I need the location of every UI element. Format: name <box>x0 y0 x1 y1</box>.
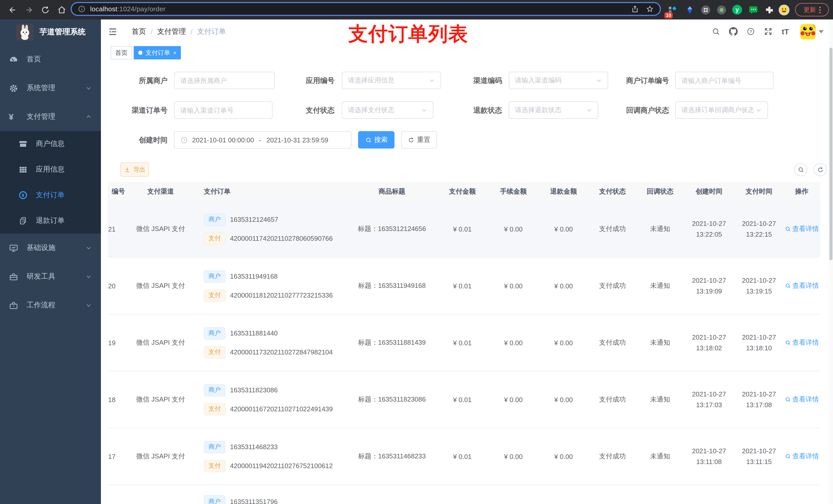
sidebar-toggle-button[interactable] <box>108 27 118 37</box>
table-row[interactable]: 21微信 JSAPI 支付商户1635312124657支付4200001174… <box>108 201 820 258</box>
filter-label-notify-status: 回调商户状态 <box>592 101 669 119</box>
tab-home[interactable]: 首页 <box>111 46 132 59</box>
browser-reload-button[interactable] <box>39 4 51 16</box>
forward-arrow-icon <box>24 5 33 14</box>
chat-icon <box>748 5 758 15</box>
reset-button[interactable]: 重置 <box>401 131 437 148</box>
cell-order: 商户1635311949168支付42000011812021102777232… <box>195 270 347 302</box>
sidebar-item-pay-order[interactable]: ¥ 支付订单 <box>0 182 101 208</box>
cell-fee: ¥ 0.00 <box>488 453 539 460</box>
browser-back-button[interactable] <box>6 4 19 16</box>
export-button[interactable]: 导出 <box>120 162 149 177</box>
app-logo[interactable]: 芋道管理系统 <box>0 20 101 44</box>
site-info-icon[interactable] <box>78 5 86 13</box>
table-row[interactable]: 17微信 JSAPI 支付商户1635311468233支付4200001194… <box>108 428 820 485</box>
merchant-order-no-input[interactable] <box>675 72 774 89</box>
cell-status: 支付成功 <box>588 224 637 234</box>
browser-profile-avatar[interactable] <box>777 3 790 16</box>
cell-title: 标题：1635312124656 <box>347 224 437 234</box>
cell-notify: 未通知 <box>637 281 684 290</box>
view-detail-link[interactable]: 查看详情 <box>785 224 819 234</box>
cell-action: 查看详情 <box>783 452 820 461</box>
browser-home-button[interactable] <box>55 4 68 16</box>
cell-title: 标题：1635311881439 <box>347 338 437 347</box>
scrollbar-thumb[interactable] <box>829 48 832 260</box>
user-avatar[interactable] <box>800 24 815 39</box>
table-row[interactable]: 20微信 JSAPI 支付商户1635311949168支付4200001181… <box>108 258 820 314</box>
notify-status-select[interactable]: 请选择订单回调商户状态 <box>675 101 768 119</box>
font-size-button[interactable]: tT <box>779 25 792 38</box>
channel-order-no: 4200001194202110276752100612 <box>230 462 333 470</box>
col-fee: 手续金额 <box>488 187 539 196</box>
table-row-partial[interactable]: 商户1635311351796 <box>108 485 820 504</box>
chevron-down-icon <box>756 107 762 113</box>
view-detail-link[interactable]: 查看详情 <box>785 338 819 347</box>
create-time-range-picker[interactable]: 2021-10-01 00:00:00 - 2021-10-31 23:59:5… <box>174 131 352 148</box>
view-detail-link[interactable]: 查看详情 <box>785 452 819 461</box>
extension-kite[interactable] <box>683 3 696 16</box>
date-end: 2021-10-31 23:59:59 <box>266 136 328 144</box>
share-button[interactable] <box>631 5 639 13</box>
cell-order: 商户1635311351796 <box>195 485 347 504</box>
star-icon <box>646 5 654 13</box>
sidebar-item-home[interactable]: 首页 <box>0 45 101 74</box>
sidebar-item-workflow[interactable]: 工作流程 <box>0 291 101 320</box>
bookmark-button[interactable] <box>646 5 654 13</box>
share-icon <box>631 5 639 13</box>
breadcrumb-home[interactable]: 首页 <box>132 27 146 36</box>
extension-recorder[interactable] <box>715 3 728 16</box>
sidebar-item-payment[interactable]: ¥ 支付管理 <box>0 102 101 131</box>
merchant-tag: 商户 <box>204 441 225 453</box>
address-bar[interactable]: localhost:1024/pay/order <box>71 2 661 16</box>
command-icon <box>700 4 711 15</box>
cell-amount: ¥ 0.01 <box>437 396 488 403</box>
date-start: 2021-10-01 00:00:00 <box>192 136 254 144</box>
cell-refund: ¥ 0.00 <box>539 396 588 403</box>
date-separator: - <box>259 136 261 144</box>
cell-title: 标题：1635311468233 <box>347 452 437 461</box>
github-link[interactable] <box>727 25 740 38</box>
filter-label-channel-order-no: 渠道订单号 <box>91 101 168 119</box>
breadcrumb-payment[interactable]: 支付管理 <box>157 27 186 36</box>
extensions-puzzle-button[interactable] <box>762 3 776 16</box>
refund-status-select[interactable]: 请选择退款状态 <box>509 101 598 119</box>
browser-forward-button[interactable] <box>23 4 35 16</box>
help-button[interactable]: ? <box>744 25 757 38</box>
tab-close-icon[interactable]: × <box>173 50 176 55</box>
table-row[interactable]: 19微信 JSAPI 支付商户1635311881440支付4200001173… <box>108 314 820 371</box>
pay-tag: 支付 <box>204 289 225 302</box>
search-button[interactable]: 搜索 <box>358 131 395 148</box>
cell-refund: ¥ 0.00 <box>539 453 588 460</box>
cell-action: 查看详情 <box>783 338 820 347</box>
sidebar-item-merchant-info[interactable]: 商户信息 <box>0 131 101 157</box>
extension-chat[interactable] <box>746 3 760 16</box>
browser-menu-icon[interactable] <box>819 6 820 13</box>
sidebar-item-system[interactable]: 系统管理 <box>0 74 101 102</box>
header-search-button[interactable] <box>709 25 722 38</box>
sidebar-item-refund-order[interactable]: 退款订单 <box>0 208 101 234</box>
extension-command[interactable] <box>699 3 712 16</box>
sidebar-item-app-info[interactable]: 应用信息 <box>0 157 101 182</box>
view-detail-link[interactable]: 查看详情 <box>785 395 819 404</box>
merchant-tag: 商户 <box>204 327 225 339</box>
yuque-icon: y <box>732 4 743 15</box>
pay-tag: 支付 <box>204 460 225 472</box>
fullscreen-button[interactable] <box>761 25 775 38</box>
extension-sidekick[interactable]: 10 <box>666 3 679 16</box>
table-row[interactable]: 18微信 JSAPI 支付商户1635311823086支付4200001167… <box>108 371 820 428</box>
cell-order: 商户1635312124657支付42000011742021102780605… <box>195 213 347 245</box>
tab-pay-order[interactable]: 支付订单 × <box>134 46 181 59</box>
browser-update-button[interactable]: 更新 <box>795 3 829 16</box>
cell-refund: ¥ 0.00 <box>539 339 588 346</box>
sidebar-item-infrastructure[interactable]: 基础设施 <box>0 234 101 262</box>
toggle-search-button[interactable] <box>794 163 807 176</box>
extension-yuque[interactable]: y <box>731 3 744 16</box>
sidebar-item-dev-tools[interactable]: 研发工具 <box>0 262 101 291</box>
pay-status-select[interactable]: 请选择支付状态 <box>342 101 433 119</box>
refresh-table-button[interactable] <box>813 163 827 176</box>
avatar-caret-icon[interactable] <box>819 30 824 33</box>
refresh-icon <box>408 137 414 143</box>
view-detail-link[interactable]: 查看详情 <box>785 281 819 290</box>
col-paid: 支付时间 <box>735 187 783 196</box>
page-scrollbar[interactable] <box>829 20 833 504</box>
